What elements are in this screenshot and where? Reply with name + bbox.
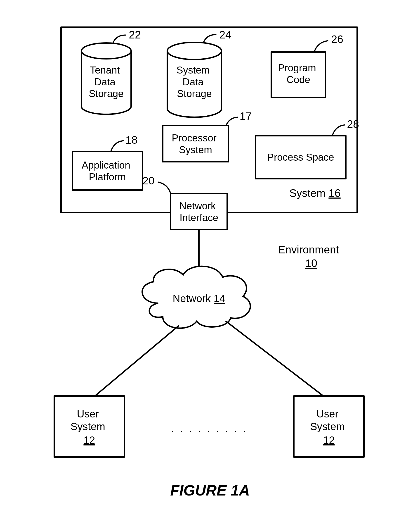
application-platform: Application Platform 18	[72, 134, 142, 190]
user-system-right-label: User System 12	[310, 408, 348, 446]
environment-label: Environment 10	[278, 244, 342, 269]
svg-rect-3	[163, 126, 228, 162]
network-cloud: Network 14	[142, 266, 250, 328]
link-network-user-right	[226, 321, 323, 396]
system-data-storage-ref: 24	[219, 29, 231, 41]
system-label: System 16	[289, 187, 341, 199]
diagram-svg: System 16 Tenant Data Storage 22 System …	[0, 0, 420, 517]
application-platform-label: Application Platform	[82, 160, 133, 182]
tenant-data-storage: Tenant Data Storage 22	[81, 29, 141, 114]
tenant-data-storage-ref: 22	[129, 29, 141, 41]
process-space-ref: 28	[347, 118, 359, 130]
user-system-left-label: User System 12	[71, 408, 108, 446]
svg-rect-4	[72, 152, 142, 190]
processor-system: Processor System 17	[163, 110, 252, 162]
process-space-label: Process Space	[267, 152, 334, 163]
network-interface-ref: 20	[142, 175, 154, 187]
user-system-right: User System 12	[294, 396, 364, 457]
system-data-storage: System Data Storage 24	[167, 29, 231, 117]
svg-point-0	[81, 43, 131, 59]
network-interface: Network Interface 20	[142, 175, 227, 230]
application-platform-ref: 18	[126, 134, 137, 146]
figure-title: FIGURE 1A	[170, 482, 250, 499]
process-space: Process Space 28	[255, 118, 359, 179]
processor-system-ref: 17	[240, 110, 252, 122]
ellipsis: . . . . . . . . .	[171, 422, 247, 435]
program-code-ref: 26	[331, 33, 343, 45]
link-network-user-left	[95, 326, 179, 396]
user-system-left: User System 12	[54, 396, 124, 457]
program-code-label: Program Code	[278, 62, 319, 85]
svg-rect-6	[171, 193, 227, 230]
network-label: Network 14	[173, 293, 225, 304]
program-code: Program Code 26	[271, 33, 343, 97]
svg-point-1	[167, 42, 222, 60]
